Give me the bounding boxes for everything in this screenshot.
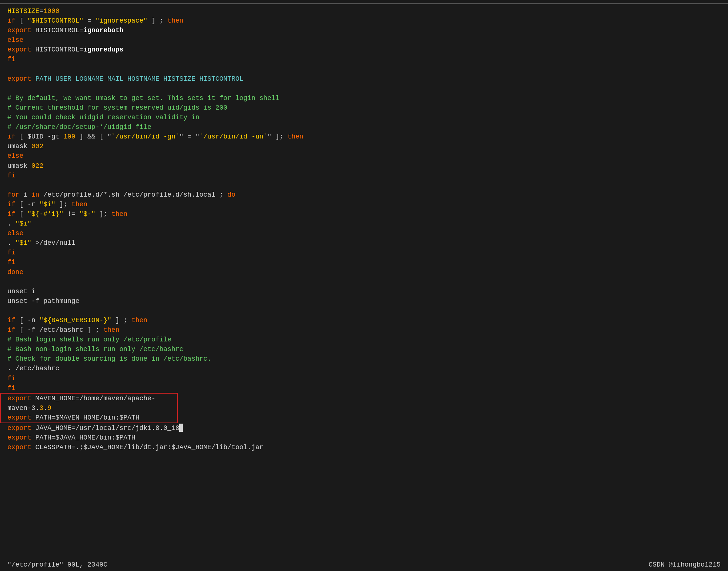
code-line-17: umask 022 — [0, 161, 728, 171]
code-line-6: fi — [0, 54, 728, 64]
code-line-21: if [ -r "$i" ]; then — [0, 200, 728, 209]
top-border — [0, 3, 728, 4]
status-bar: "/etc/profile" 90L, 2349C CSDN @lihongbo… — [0, 558, 728, 571]
code-line-5: export HISTCONTROL=ignoredups — [0, 45, 728, 54]
code-line-22: if [ "${-#*i}" != "$-" ]; then — [0, 209, 728, 219]
code-line-31: unset -f pathmunge — [0, 296, 728, 306]
code-line-44: export PATH=$JAVA_HOME/bin:$PATH — [0, 433, 728, 443]
author-info: CSDN @lihongbo1215 — [649, 560, 721, 570]
code-line-14: if [ $UID -gt 199 ] && [ "`/usr/bin/id -… — [0, 132, 728, 141]
code-line-11: # Current threshold for system reserved … — [0, 103, 728, 113]
code-line-26: fi — [0, 248, 728, 257]
code-line-36: # Bash non-login shells run only /etc/ba… — [0, 344, 728, 354]
code-line-25: . "$i" >/dev/null — [0, 238, 728, 248]
code-line-30: unset i — [0, 287, 728, 296]
code-line-8: export PATH USER LOGNAME MAIL HOSTNAME H… — [0, 74, 728, 84]
editor-container: HISTSIZE=1000 if [ "$HISTCONTROL" = "ign… — [0, 0, 728, 571]
code-line-9 — [0, 84, 728, 93]
code-line-3: export HISTCONTROL=ignoreboth — [0, 26, 728, 35]
code-line-20: for i in /etc/profile.d/*.sh /etc/profil… — [0, 190, 728, 200]
code-line-35: # Bash login shells run only /etc/profil… — [0, 335, 728, 344]
code-line-39: fi — [0, 374, 728, 383]
code-line-19 — [0, 180, 728, 190]
code-line-15: umask 002 — [0, 141, 728, 151]
code-line-28: done — [0, 267, 728, 277]
code-line-43: export JAVA_HOME=/usr/local/src/jdk1.8.0… — [0, 423, 728, 433]
code-line-27: fi — [0, 257, 728, 267]
code-line-37: # Check for double sourcing is done in /… — [0, 354, 728, 364]
histsize-var: HISTSIZE — [7, 7, 39, 15]
code-line-13: # /usr/share/doc/setup-*/uidgid file — [0, 122, 728, 132]
code-line-4: else — [0, 35, 728, 45]
code-line-23: . "$i" — [0, 219, 728, 228]
code-line-33: if [ -n "${BASH_VERSION-}" ] ; then — [0, 315, 728, 325]
code-line-45: export CLASSPATH=.;$JAVA_HOME/lib/dt.jar… — [0, 443, 728, 452]
code-line-40: fi — [0, 383, 728, 393]
code-line-38: . /etc/bashrc — [0, 364, 728, 373]
code-line-1: HISTSIZE=1000 — [0, 6, 728, 16]
code-line-34: if [ -f /etc/bashrc ] ; then — [0, 325, 728, 335]
code-line-18: fi — [0, 171, 728, 180]
code-line-42: export PATH=$MAVEN_HOME/bin:$PATH — [0, 413, 728, 423]
code-line-32 — [0, 306, 728, 315]
code-line-41: export MAVEN_HOME=/home/maven/apache-mav… — [0, 393, 728, 413]
code-line-2: if [ "$HISTCONTROL" = "ignorespace" ] ; … — [0, 16, 728, 26]
code-line-16: else — [0, 151, 728, 161]
code-line-10: # By default, we want umask to get set. … — [0, 93, 728, 103]
code-line-12: # You could check uidgid reservation val… — [0, 113, 728, 122]
code-line-29 — [0, 277, 728, 287]
file-info: "/etc/profile" 90L, 2349C — [7, 560, 107, 570]
code-line-24: else — [0, 228, 728, 238]
code-line-7 — [0, 64, 728, 74]
